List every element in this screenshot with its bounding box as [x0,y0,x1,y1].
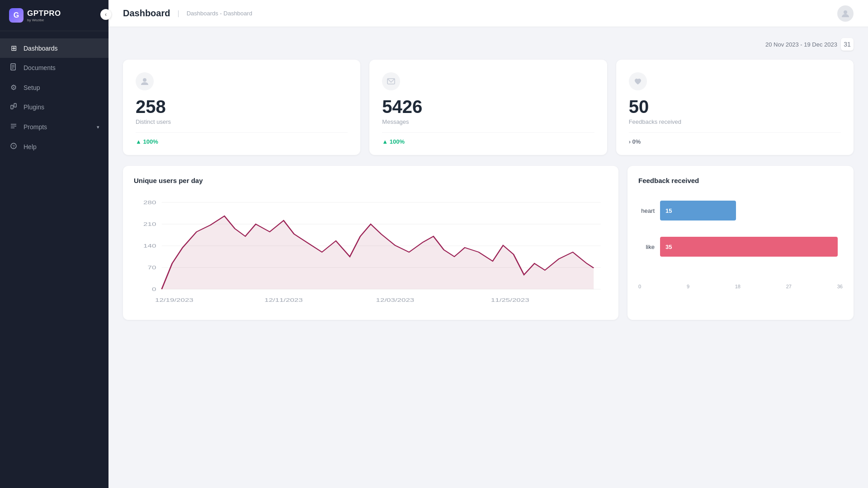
logo-sub: by Wozibe [27,18,61,22]
header-divider: | [177,9,179,18]
sidebar-nav: ⊞ Dashboards Documents ⚙ Setup Plugins P… [0,31,108,488]
bar-x-labels: 0 9 18 27 36 [638,284,843,289]
avatar[interactable] [837,5,854,22]
svg-point-12 [143,78,146,82]
users-icon [136,72,154,90]
feedbacks-count: 50 [629,98,841,116]
chevron-down-icon: ▾ [97,124,99,130]
line-chart-title: Unique users per day [134,177,608,184]
users-count: 258 [136,98,348,116]
date-range-row: 20 Nov 2023 - 19 Dec 2023 31 [123,38,854,51]
sidebar-item-plugins[interactable]: Plugins [0,97,108,117]
svg-text:210: 210 [143,221,156,227]
bar-fill-like: 35 [660,237,838,257]
stat-card-messages: 5426 Messages ▲ 100% [369,60,607,155]
x-label-18: 18 [735,284,741,289]
svg-text:12/11/2023: 12/11/2023 [264,297,303,303]
bar-outer-heart: 15 [660,201,843,221]
x-label-36: 36 [837,284,843,289]
svg-text:140: 140 [143,243,156,249]
sidebar-item-label: Dashboards [24,45,99,52]
messages-icon [382,72,400,90]
sidebar-item-prompts[interactable]: Prompts ▾ [0,117,108,137]
content-area: 20 Nov 2023 - 19 Dec 2023 31 258 Distinc… [108,27,868,488]
sidebar-item-label: Plugins [24,103,99,111]
sidebar-item-setup[interactable]: ⚙ Setup [0,78,108,97]
header: Dashboard | Dashboards - Dashboard [108,0,868,27]
help-icon: ? [9,142,18,151]
bar-fill-heart: 15 [660,201,736,221]
svg-text:280: 280 [143,200,156,205]
line-chart-card: Unique users per day 280 210 140 70 [123,166,618,320]
users-label: Distinct users [136,118,348,125]
svg-rect-4 [11,105,13,109]
svg-rect-5 [14,103,16,107]
messages-change: ▲ 100% [382,138,594,145]
bar-chart-card: Feedback received heart 15 like [627,166,854,320]
breadcrumb: Dashboards - Dashboard [187,10,252,17]
line-chart-svg: 280 210 140 70 0 12/19/2023 12/11/2023 1… [134,193,608,311]
svg-text:0: 0 [152,286,156,292]
x-label-0: 0 [638,284,641,289]
messages-label: Messages [382,118,594,125]
svg-text:12/19/2023: 12/19/2023 [155,297,193,303]
x-label-9: 9 [687,284,689,289]
logo-text: GPTPRO [27,9,61,18]
main-content: Dashboard | Dashboards - Dashboard 20 No… [108,0,868,488]
feedbacks-change: › 0% [629,138,841,145]
sidebar-item-label: Documents [24,64,99,71]
bar-chart-area: heart 15 like 35 [638,193,843,280]
bar-outer-like: 35 [660,237,843,257]
page-title: Dashboard [123,8,170,19]
stat-card-feedbacks: 50 Feedbacks received › 0% [616,60,854,155]
setup-icon: ⚙ [9,83,18,92]
x-label-27: 27 [786,284,792,289]
dashboards-icon: ⊞ [9,44,18,52]
sidebar-item-help[interactable]: ? Help [0,137,108,157]
bar-chart-title: Feedback received [638,177,843,184]
sidebar-item-label: Help [24,143,99,150]
messages-count: 5426 [382,98,594,116]
line-chart-wrap: 280 210 140 70 0 12/19/2023 12/11/2023 1… [134,193,608,313]
users-change: ▲ 100% [136,138,348,145]
feedbacks-label: Feedbacks received [629,118,841,125]
svg-point-11 [844,10,847,14]
bar-label-like: like [638,244,655,250]
date-range-text: 20 Nov 2023 - 19 Dec 2023 [765,41,837,48]
sidebar-item-label: Prompts [24,123,91,131]
sidebar-toggle[interactable]: ‹ [100,9,111,20]
bar-row-like: like 35 [638,237,843,257]
sidebar: G GPTPRO by Wozibe ⊞ Dashboards Document… [0,0,108,488]
feedbacks-icon [629,72,647,90]
prompts-icon [9,122,18,131]
sidebar-item-dashboards[interactable]: ⊞ Dashboards [0,38,108,58]
bar-label-heart: heart [638,207,655,214]
charts-row: Unique users per day 280 210 140 70 [123,166,854,320]
svg-text:?: ? [12,144,14,149]
stat-cards: 258 Distinct users ▲ 100% 5426 Messages … [123,60,854,155]
bar-row-heart: heart 15 [638,201,843,221]
svg-text:11/25/2023: 11/25/2023 [491,297,529,303]
documents-icon [9,63,18,72]
plugins-icon [9,103,18,112]
logo-icon: G [9,8,24,23]
sidebar-item-label: Setup [24,84,99,91]
svg-text:12/03/2023: 12/03/2023 [376,297,415,303]
logo: G GPTPRO by Wozibe [0,0,108,31]
svg-text:70: 70 [147,265,156,270]
calendar-icon[interactable]: 31 [841,38,854,51]
sidebar-item-documents[interactable]: Documents [0,58,108,78]
stat-card-users: 258 Distinct users ▲ 100% [123,60,360,155]
